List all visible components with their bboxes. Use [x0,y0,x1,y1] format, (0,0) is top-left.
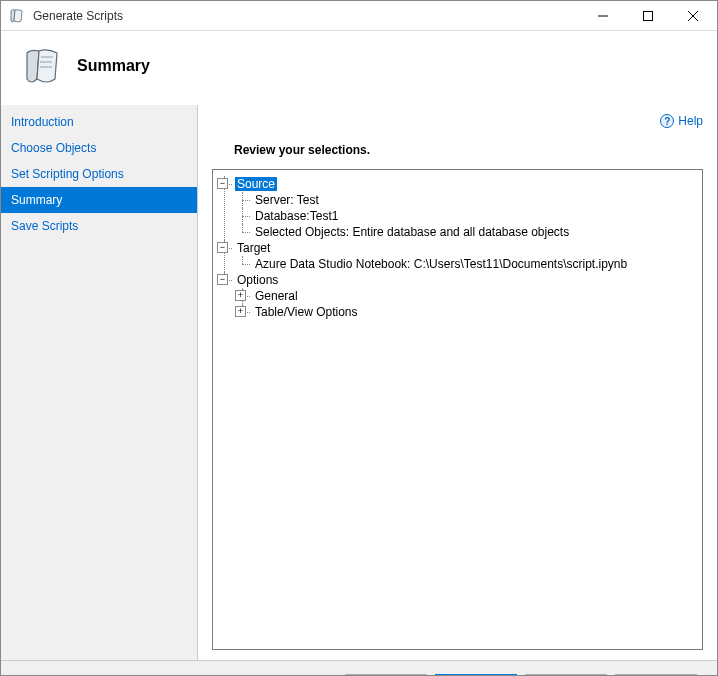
tree-label-target[interactable]: Target [235,241,272,255]
help-label: Help [678,114,703,128]
wizard-footer: < Previous Next > Finish Cancel [1,660,717,676]
page-header: Summary [1,31,717,105]
help-icon: ? [660,114,674,128]
close-button[interactable] [670,1,715,30]
tree-node-notebook-path[interactable]: Azure Data Studio Notebook: C:\Users\Tes… [235,256,698,272]
tree-node-table-view-options[interactable]: + Table/View Options [235,304,698,320]
tree-node-database[interactable]: Database:Test1 [235,208,698,224]
tree-node-server[interactable]: Server: Test [235,192,698,208]
collapse-icon[interactable]: − [217,242,228,253]
tree-node-options[interactable]: − Options + General + Table/View Options [217,272,698,320]
tree-label-source[interactable]: Source [235,177,277,191]
minimize-button[interactable] [580,1,625,30]
sidebar-item-save-scripts[interactable]: Save Scripts [1,213,197,239]
tree-node-target[interactable]: − Target Azure Data Studio Notebook: C:\… [217,240,698,272]
window-title: Generate Scripts [33,9,580,23]
tree-node-general[interactable]: + General [235,288,698,304]
instruction-text: Review your selections. [234,143,703,157]
expand-icon[interactable]: + [235,306,246,317]
svg-rect-1 [643,11,652,20]
tree-node-selected-objects[interactable]: Selected Objects: Entire database and al… [235,224,698,240]
sidebar-item-choose-objects[interactable]: Choose Objects [1,135,197,161]
sidebar-item-summary[interactable]: Summary [1,187,197,213]
expand-icon[interactable]: + [235,290,246,301]
sidebar-item-introduction[interactable]: Introduction [1,109,197,135]
tree-label-options[interactable]: Options [235,273,280,287]
tree-node-source[interactable]: − Source Server: Test Database:Test1 Sel… [217,176,698,240]
wizard-sidebar: Introduction Choose Objects Set Scriptin… [1,105,198,660]
summary-tree-panel: − Source Server: Test Database:Test1 Sel… [212,169,703,650]
titlebar: Generate Scripts [1,1,717,31]
help-link[interactable]: ? Help [660,114,703,128]
sidebar-item-set-scripting-options[interactable]: Set Scripting Options [1,161,197,187]
collapse-icon[interactable]: − [217,274,228,285]
collapse-icon[interactable]: − [217,178,228,189]
page-title: Summary [77,57,150,75]
script-icon [21,45,63,87]
summary-tree: − Source Server: Test Database:Test1 Sel… [217,176,698,320]
maximize-button[interactable] [625,1,670,30]
app-icon [9,8,25,24]
